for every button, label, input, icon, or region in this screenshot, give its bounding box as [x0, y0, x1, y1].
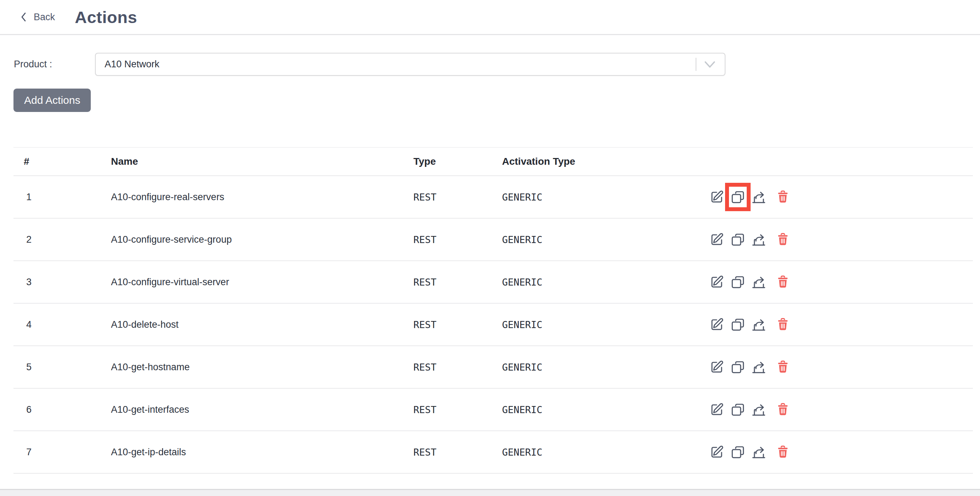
- export-icon[interactable]: [751, 274, 766, 290]
- export-icon[interactable]: [751, 190, 766, 204]
- row-number: 2: [13, 234, 111, 245]
- edit-icon[interactable]: [710, 232, 724, 247]
- action-type: REST: [414, 362, 502, 373]
- product-select-value: A10 Network: [105, 59, 159, 70]
- delete-icon[interactable]: [775, 274, 790, 290]
- action-name: A10-configure-virtual-server: [111, 277, 414, 288]
- action-name: A10-configure-service-group: [111, 234, 414, 245]
- row-number: 1: [13, 192, 111, 203]
- product-row: Product : A10 Network: [14, 53, 980, 76]
- action-name: A10-configure-real-servers: [111, 192, 414, 203]
- chevron-down-icon: [704, 60, 716, 69]
- column-header-type: Type: [414, 156, 502, 167]
- table-row: 4 A10-delete-host REST GENERIC: [13, 304, 973, 346]
- copy-icon[interactable]: [730, 402, 745, 417]
- back-button[interactable]: Back: [19, 11, 55, 24]
- copy-icon[interactable]: [730, 274, 745, 290]
- chevron-left-icon: [19, 11, 29, 24]
- action-name: A10-delete-host: [111, 319, 414, 330]
- actions-table: # Name Type Activation Type 1 A10-config…: [13, 147, 973, 474]
- row-actions: [710, 317, 973, 332]
- table-row: 5 A10-get-hostname REST GENERIC: [13, 346, 973, 389]
- row-number: 7: [13, 447, 111, 458]
- edit-icon[interactable]: [710, 317, 724, 332]
- edit-icon[interactable]: [710, 274, 724, 290]
- row-actions: [710, 232, 973, 247]
- row-actions: [710, 402, 973, 417]
- export-icon[interactable]: [751, 360, 766, 374]
- action-type: REST: [414, 447, 502, 458]
- table-row: 1 A10-configure-real-servers REST GENERI…: [13, 176, 973, 219]
- bottom-strip: [0, 490, 980, 496]
- edit-icon[interactable]: [710, 402, 724, 417]
- delete-icon[interactable]: [775, 190, 790, 204]
- action-activation-type: GENERIC: [502, 362, 710, 373]
- action-activation-type: GENERIC: [502, 319, 710, 330]
- row-actions: [710, 445, 973, 460]
- product-select[interactable]: A10 Network: [95, 53, 725, 76]
- action-type: REST: [414, 319, 502, 330]
- action-name: A10-get-interfaces: [111, 404, 414, 415]
- table-row: 2 A10-configure-service-group REST GENER…: [13, 219, 973, 261]
- copy-icon[interactable]: [730, 360, 745, 374]
- table-row: 6 A10-get-interfaces REST GENERIC: [13, 389, 973, 431]
- export-icon[interactable]: [751, 445, 766, 460]
- copy-icon[interactable]: [730, 232, 745, 247]
- export-icon[interactable]: [751, 317, 766, 332]
- action-activation-type: GENERIC: [502, 277, 710, 288]
- delete-icon[interactable]: [775, 402, 790, 417]
- column-header-num: #: [13, 156, 111, 167]
- action-type: REST: [414, 404, 502, 415]
- table-row: 3 A10-configure-virtual-server REST GENE…: [13, 261, 973, 304]
- row-actions: [710, 274, 973, 290]
- row-number: 4: [13, 319, 111, 330]
- actions-page: Back Actions Product : A10 Network Add A…: [0, 0, 980, 496]
- copy-icon[interactable]: [730, 445, 745, 460]
- edit-icon[interactable]: [710, 190, 724, 204]
- delete-icon[interactable]: [775, 317, 790, 332]
- row-number: 5: [13, 362, 111, 373]
- action-type: REST: [414, 277, 502, 288]
- row-actions: [710, 190, 973, 204]
- column-header-activation-type: Activation Type: [502, 156, 710, 167]
- action-type: REST: [414, 192, 502, 203]
- product-label: Product :: [14, 59, 95, 70]
- delete-icon[interactable]: [775, 445, 790, 460]
- action-activation-type: GENERIC: [502, 192, 710, 203]
- row-number: 6: [13, 404, 111, 415]
- table-header-row: # Name Type Activation Type: [13, 147, 973, 176]
- column-header-name: Name: [111, 156, 414, 167]
- copy-icon[interactable]: [730, 317, 745, 332]
- add-actions-button[interactable]: Add Actions: [13, 89, 91, 112]
- page-header: Back Actions: [0, 0, 980, 35]
- delete-icon[interactable]: [775, 360, 790, 374]
- delete-icon[interactable]: [775, 232, 790, 247]
- table-row: 7 A10-get-ip-details REST GENERIC: [13, 431, 973, 474]
- export-icon[interactable]: [751, 232, 766, 247]
- row-actions: [710, 360, 973, 374]
- edit-icon[interactable]: [710, 445, 724, 460]
- back-label: Back: [34, 12, 55, 23]
- export-icon[interactable]: [751, 402, 766, 417]
- row-number: 3: [13, 277, 111, 288]
- page-title: Actions: [75, 8, 137, 27]
- action-name: A10-get-hostname: [111, 362, 414, 373]
- select-divider: [696, 58, 696, 71]
- action-type: REST: [414, 234, 502, 245]
- action-activation-type: GENERIC: [502, 234, 710, 245]
- action-name: A10-get-ip-details: [111, 447, 414, 458]
- action-activation-type: GENERIC: [502, 404, 710, 415]
- copy-icon[interactable]: [730, 190, 745, 204]
- table-body: 1 A10-configure-real-servers REST GENERI…: [13, 176, 973, 474]
- edit-icon[interactable]: [710, 360, 724, 374]
- action-activation-type: GENERIC: [502, 447, 710, 458]
